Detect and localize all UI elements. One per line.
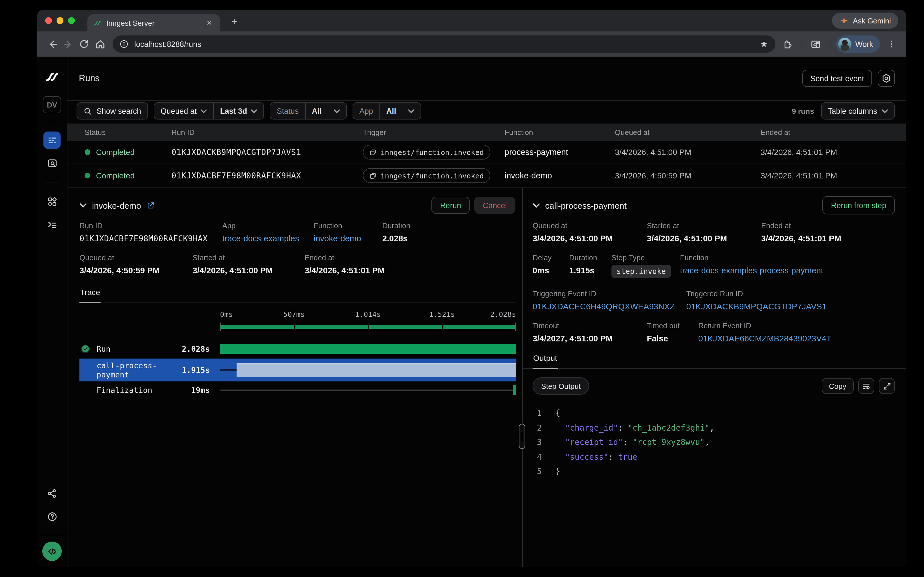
app-filter[interactable]: App All [353,102,421,119]
trace-bar-run[interactable] [220,344,516,354]
step-started-label: Started at [647,221,753,230]
code-token [555,421,565,435]
run-detail-split: invoke-demo Rerun Cancel Run ID [67,188,906,567]
zoom-window-button[interactable] [68,17,75,24]
cancel-button[interactable]: Cancel [474,197,516,214]
reload-icon[interactable] [76,36,92,52]
step-output-code[interactable]: 1{2 "charge_id": "ch_1abc2def3ghi",3 "re… [533,406,895,479]
send-test-event-button[interactable]: Send test event [802,70,872,87]
code-token: , [709,421,714,435]
external-link-icon[interactable] [146,201,155,210]
triggering-event-id-link[interactable]: 01KJXDACEC6H49QRQXWEA93NXZ [533,302,675,311]
settings-button[interactable] [878,70,895,87]
tab-trace[interactable]: Trace [79,288,101,303]
site-info-icon[interactable] [119,39,129,48]
check-circle-icon [80,344,90,354]
minimap-break [294,325,295,329]
step-output-pill[interactable]: Step Output [533,377,590,395]
app-label: App [222,221,306,230]
started-at-value: 3/4/2026, 4:51:00 PM [193,266,297,275]
function-link[interactable]: invoke-demo [314,234,361,243]
trace-row-finalization[interactable]: Finalization 19ms [79,382,516,398]
env-badge[interactable]: DV [43,96,61,113]
return-event-id-link[interactable]: 01KJXDAE66CMZMB28439023V4T [698,334,831,343]
trace-minimap[interactable] [220,322,516,331]
collapse-chevron-icon[interactable] [533,203,540,208]
bookmark-star-icon[interactable]: ★ [760,39,773,49]
rerun-from-step-button[interactable]: Rerun from step [822,196,895,214]
status-badge: Completed [96,148,135,157]
table-row[interactable]: Completed 01KJXDACKB9MPQACGTDP7JAVS1 inn… [67,141,906,164]
status-filter-label: Status [277,106,299,115]
ask-gemini-button[interactable]: Ask Gemini [832,13,898,29]
app-link[interactable]: trace-docs-examples [222,234,299,243]
time-range-dropdown[interactable]: Last 3d [213,103,264,119]
chevron-down-icon [251,109,257,113]
sidebar-item-terminal[interactable] [43,216,61,233]
app-filter-value-seg[interactable]: All [379,103,421,119]
show-search-label: Show search [96,106,141,115]
trigger-pill[interactable]: inngest/function.invoked [363,145,490,160]
axis-tick: 1.014s [355,310,381,319]
trace-row-name: Run [96,344,111,353]
line-number: 1 [533,406,542,421]
trigger-pill[interactable]: inngest/function.invoked [363,168,490,183]
status-filter[interactable]: Status All [270,102,347,119]
word-wrap-button[interactable] [858,378,874,394]
new-tab-button[interactable]: + [227,14,242,29]
trace-bar-step[interactable] [236,363,516,377]
minimize-window-button[interactable] [56,17,63,24]
trace-waterfall: 0ms 507ms 1.014s 1.521s 2.028s [79,310,522,398]
menu-kebab-icon[interactable] [884,36,900,52]
ended-at-label: Ended at [305,253,385,262]
code-token: "rcpt_9xyz8wvu" [633,435,705,450]
table-header: Status Run ID Trigger Function Queued at… [67,124,906,141]
step-function-link[interactable]: trace-docs-examples-process-payment [680,266,823,275]
rerun-button[interactable]: Rerun [431,197,470,214]
sidebar-item-events[interactable] [43,155,61,172]
profile-chip[interactable]: Work [836,35,880,53]
side-panel-search-icon[interactable] [808,36,824,52]
code-token: true [618,450,637,464]
close-window-button[interactable] [45,17,52,24]
collapse-chevron-icon[interactable] [79,203,87,208]
forward-icon[interactable] [60,36,76,52]
sidebar-divider-2 [45,182,59,182]
tab-close-icon[interactable]: ✕ [204,18,214,28]
trace-row-run[interactable]: Run 2.028s [79,339,516,359]
chevron-down-icon [334,109,340,113]
sidebar-item-apps[interactable] [43,193,61,210]
triggered-run-id-link[interactable]: 01KJXDACKB9MPQACGTDP7JAVS1 [686,302,827,311]
dev-tools-button[interactable] [42,542,62,561]
triggered-run-id-label: Triggered Run ID [686,289,827,298]
tab-output[interactable]: Output [533,353,558,368]
return-event-id-label: Return Event ID [698,321,831,330]
expand-icon [882,382,891,390]
home-icon[interactable] [92,36,108,52]
browser-tab[interactable]: Inngest Server ✕ [87,14,220,31]
url-bar[interactable]: localhost:8288/runs ★ [112,35,775,53]
copy-button[interactable]: Copy [821,378,854,394]
trigger-label: inngest/function.invoked [381,171,484,180]
expand-button[interactable] [879,378,895,394]
trace-bar-finalization[interactable] [513,385,516,395]
help-icon [47,511,58,522]
trace-row-step-selected[interactable]: call-process-payment 1.915s [79,359,516,382]
function-cell: process-payment [505,148,615,157]
table-row[interactable]: Completed 01KJXDACBF7E98M00RAFCK9HAX inn… [67,164,906,188]
step-type-label: Step Type [611,253,672,262]
event-icon [369,148,376,156]
extensions-icon[interactable] [780,36,796,52]
back-icon[interactable] [44,36,60,52]
show-search-button[interactable]: Show search [77,102,148,119]
table-columns-button[interactable]: Table columns [821,102,895,119]
sidebar-item-help[interactable] [43,508,61,525]
status-filter-value-seg[interactable]: All [305,103,346,119]
panel-resize-handle[interactable] [519,424,525,449]
sidebar-item-runs[interactable] [43,132,61,149]
sidebar-item-share[interactable] [43,485,61,502]
timed-out-label: Timed out [647,321,690,330]
time-field-dropdown[interactable]: Queued at [154,103,213,119]
sidebar-divider [45,121,59,121]
col-run-id: Run ID [172,128,363,136]
